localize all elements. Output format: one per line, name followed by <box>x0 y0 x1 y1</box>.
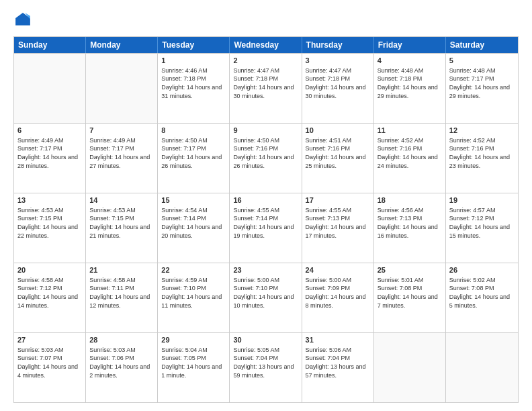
calendar-cell-20: 20Sunrise: 4:58 AM Sunset: 7:12 PM Dayli… <box>14 263 86 332</box>
cell-info: Sunrise: 4:58 AM Sunset: 7:11 PM Dayligh… <box>89 276 154 310</box>
calendar-cell-14: 14Sunrise: 4:53 AM Sunset: 7:15 PM Dayli… <box>86 193 158 263</box>
day-number: 8 <box>161 126 226 136</box>
calendar-cell-5: 5Sunrise: 4:48 AM Sunset: 7:17 PM Daylig… <box>446 54 518 123</box>
svg-rect-2 <box>17 19 30 24</box>
calendar-cell-17: 17Sunrise: 4:55 AM Sunset: 7:13 PM Dayli… <box>302 193 374 263</box>
cell-info: Sunrise: 4:52 AM Sunset: 7:16 PM Dayligh… <box>378 136 442 170</box>
calendar-cell-24: 24Sunrise: 5:00 AM Sunset: 7:09 PM Dayli… <box>302 263 374 332</box>
calendar-cell-31: 31Sunrise: 5:06 AM Sunset: 7:04 PM Dayli… <box>302 333 374 402</box>
day-number: 20 <box>17 265 82 275</box>
day-number: 29 <box>161 335 226 345</box>
cell-info: Sunrise: 4:59 AM Sunset: 7:10 PM Dayligh… <box>161 276 226 310</box>
calendar-cell-empty-0-0 <box>14 54 86 123</box>
calendar-cell-13: 13Sunrise: 4:53 AM Sunset: 7:15 PM Dayli… <box>14 193 86 263</box>
header-day-wednesday: Wednesday <box>230 37 302 53</box>
page: SundayMondayTuesdayWednesdayThursdayFrid… <box>0 0 532 411</box>
day-number: 27 <box>17 335 82 345</box>
cell-info: Sunrise: 5:05 AM Sunset: 7:04 PM Dayligh… <box>233 346 298 379</box>
day-number: 23 <box>233 265 298 275</box>
calendar-cell-28: 28Sunrise: 5:03 AM Sunset: 7:06 PM Dayli… <box>86 333 158 402</box>
calendar-cell-9: 9Sunrise: 4:50 AM Sunset: 7:16 PM Daylig… <box>230 124 302 193</box>
cell-info: Sunrise: 5:00 AM Sunset: 7:09 PM Dayligh… <box>306 276 370 310</box>
cell-info: Sunrise: 5:04 AM Sunset: 7:05 PM Dayligh… <box>161 346 226 379</box>
calendar-cell-18: 18Sunrise: 4:56 AM Sunset: 7:13 PM Dayli… <box>374 193 446 263</box>
calendar-cell-25: 25Sunrise: 5:01 AM Sunset: 7:08 PM Dayli… <box>374 263 446 332</box>
day-number: 15 <box>161 195 226 205</box>
header-day-thursday: Thursday <box>302 37 374 53</box>
cell-info: Sunrise: 4:49 AM Sunset: 7:17 PM Dayligh… <box>17 136 82 170</box>
calendar-cell-7: 7Sunrise: 4:49 AM Sunset: 7:17 PM Daylig… <box>86 124 158 193</box>
cell-info: Sunrise: 4:58 AM Sunset: 7:12 PM Dayligh… <box>17 276 82 310</box>
day-number: 26 <box>449 265 515 275</box>
calendar-cell-22: 22Sunrise: 4:59 AM Sunset: 7:10 PM Dayli… <box>158 263 230 332</box>
day-number: 19 <box>449 195 515 205</box>
header-day-tuesday: Tuesday <box>158 37 230 53</box>
calendar-cell-4: 4Sunrise: 4:48 AM Sunset: 7:18 PM Daylig… <box>374 54 446 123</box>
calendar-cell-3: 3Sunrise: 4:47 AM Sunset: 7:18 PM Daylig… <box>302 54 374 123</box>
cell-info: Sunrise: 4:47 AM Sunset: 7:18 PM Dayligh… <box>233 66 298 100</box>
calendar-cell-27: 27Sunrise: 5:03 AM Sunset: 7:07 PM Dayli… <box>14 333 86 402</box>
calendar-header: SundayMondayTuesdayWednesdayThursdayFrid… <box>14 37 518 53</box>
cell-info: Sunrise: 4:47 AM Sunset: 7:18 PM Dayligh… <box>306 66 370 100</box>
day-number: 18 <box>378 195 442 205</box>
cell-info: Sunrise: 4:51 AM Sunset: 7:16 PM Dayligh… <box>306 136 370 170</box>
cell-info: Sunrise: 5:06 AM Sunset: 7:04 PM Dayligh… <box>306 346 370 379</box>
cell-info: Sunrise: 5:00 AM Sunset: 7:10 PM Dayligh… <box>233 276 298 310</box>
calendar-body: 1Sunrise: 4:46 AM Sunset: 7:18 PM Daylig… <box>14 53 518 402</box>
calendar-cell-empty-4-6 <box>446 333 518 402</box>
cell-info: Sunrise: 5:03 AM Sunset: 7:07 PM Dayligh… <box>17 346 82 379</box>
calendar-cell-26: 26Sunrise: 5:02 AM Sunset: 7:08 PM Dayli… <box>446 263 518 332</box>
cell-info: Sunrise: 4:55 AM Sunset: 7:14 PM Dayligh… <box>233 206 298 240</box>
calendar-cell-11: 11Sunrise: 4:52 AM Sunset: 7:16 PM Dayli… <box>374 124 446 193</box>
calendar-cell-6: 6Sunrise: 4:49 AM Sunset: 7:17 PM Daylig… <box>14 124 86 193</box>
calendar: SundayMondayTuesdayWednesdayThursdayFrid… <box>13 36 519 403</box>
cell-info: Sunrise: 4:48 AM Sunset: 7:17 PM Dayligh… <box>449 66 515 100</box>
day-number: 21 <box>89 265 154 275</box>
day-number: 30 <box>233 335 298 345</box>
cell-info: Sunrise: 4:46 AM Sunset: 7:18 PM Dayligh… <box>161 66 226 100</box>
day-number: 10 <box>306 126 370 136</box>
calendar-cell-15: 15Sunrise: 4:54 AM Sunset: 7:14 PM Dayli… <box>158 193 230 263</box>
day-number: 24 <box>306 265 370 275</box>
cell-info: Sunrise: 4:54 AM Sunset: 7:14 PM Dayligh… <box>161 206 226 240</box>
day-number: 16 <box>233 195 298 205</box>
calendar-row-3: 20Sunrise: 4:58 AM Sunset: 7:12 PM Dayli… <box>14 263 518 332</box>
day-number: 9 <box>233 126 298 136</box>
day-number: 4 <box>378 56 442 66</box>
cell-info: Sunrise: 4:56 AM Sunset: 7:13 PM Dayligh… <box>378 206 442 240</box>
header <box>13 11 519 30</box>
header-day-monday: Monday <box>86 37 158 53</box>
cell-info: Sunrise: 4:52 AM Sunset: 7:16 PM Dayligh… <box>449 136 515 170</box>
calendar-row-1: 6Sunrise: 4:49 AM Sunset: 7:17 PM Daylig… <box>14 123 518 193</box>
calendar-row-4: 27Sunrise: 5:03 AM Sunset: 7:07 PM Dayli… <box>14 332 518 402</box>
calendar-cell-29: 29Sunrise: 5:04 AM Sunset: 7:05 PM Dayli… <box>158 333 230 402</box>
day-number: 2 <box>233 56 298 66</box>
calendar-cell-empty-4-5 <box>374 333 446 402</box>
cell-info: Sunrise: 4:57 AM Sunset: 7:12 PM Dayligh… <box>449 206 515 240</box>
calendar-row-2: 13Sunrise: 4:53 AM Sunset: 7:15 PM Dayli… <box>14 193 518 263</box>
logo-icon <box>13 11 32 30</box>
header-day-sunday: Sunday <box>14 37 86 53</box>
cell-info: Sunrise: 4:53 AM Sunset: 7:15 PM Dayligh… <box>89 206 154 240</box>
logo <box>13 11 35 30</box>
header-day-friday: Friday <box>374 37 446 53</box>
calendar-cell-10: 10Sunrise: 4:51 AM Sunset: 7:16 PM Dayli… <box>302 124 374 193</box>
day-number: 1 <box>161 56 226 66</box>
cell-info: Sunrise: 4:50 AM Sunset: 7:17 PM Dayligh… <box>161 136 226 170</box>
day-number: 28 <box>89 335 154 345</box>
day-number: 5 <box>449 56 515 66</box>
day-number: 11 <box>378 126 442 136</box>
calendar-cell-16: 16Sunrise: 4:55 AM Sunset: 7:14 PM Dayli… <box>230 193 302 263</box>
day-number: 12 <box>449 126 515 136</box>
cell-info: Sunrise: 4:53 AM Sunset: 7:15 PM Dayligh… <box>17 206 82 240</box>
calendar-cell-30: 30Sunrise: 5:05 AM Sunset: 7:04 PM Dayli… <box>230 333 302 402</box>
calendar-row-0: 1Sunrise: 4:46 AM Sunset: 7:18 PM Daylig… <box>14 53 518 123</box>
day-number: 13 <box>17 195 82 205</box>
cell-info: Sunrise: 4:55 AM Sunset: 7:13 PM Dayligh… <box>306 206 370 240</box>
calendar-cell-8: 8Sunrise: 4:50 AM Sunset: 7:17 PM Daylig… <box>158 124 230 193</box>
day-number: 6 <box>17 126 82 136</box>
cell-info: Sunrise: 4:49 AM Sunset: 7:17 PM Dayligh… <box>89 136 154 170</box>
calendar-cell-21: 21Sunrise: 4:58 AM Sunset: 7:11 PM Dayli… <box>86 263 158 332</box>
day-number: 22 <box>161 265 226 275</box>
calendar-cell-2: 2Sunrise: 4:47 AM Sunset: 7:18 PM Daylig… <box>230 54 302 123</box>
